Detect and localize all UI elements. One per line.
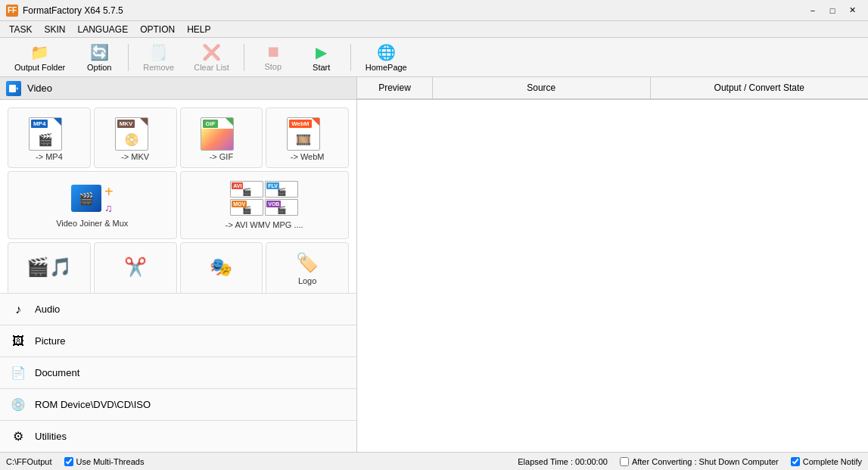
format-logo[interactable]: 🏷️ Logo	[266, 242, 349, 293]
main-content: Video MP4 🎬	[0, 77, 868, 452]
rom-label: ROM Device\DVD\CD\ISO	[35, 399, 151, 410]
window-controls: − □ ✕	[803, 3, 862, 18]
picture-icon: 🖼	[9, 332, 27, 350]
app-title: FormatFactory X64 5.7.5	[23, 5, 803, 16]
logo-label: Logo	[298, 276, 316, 285]
preview-column-header: Preview	[357, 77, 433, 98]
remove-icon: 🗒️	[149, 43, 168, 61]
multi-threads-item[interactable]: Use Multi-Threads	[64, 457, 145, 466]
stop-label: Stop	[264, 62, 282, 71]
toolbar: 📁 Output Folder 🔄 Option 🗒️ Remove ❌ Cle…	[0, 38, 868, 77]
option-button[interactable]: 🔄 Option	[76, 41, 122, 74]
output-folder-button[interactable]: 📁 Output Folder	[6, 41, 73, 74]
picture-section[interactable]: 🖼 Picture	[0, 325, 356, 356]
utilities-icon: ⚙	[9, 428, 27, 446]
format-extra1[interactable]: 🎬🎵	[8, 242, 91, 293]
minimize-button[interactable]: −	[803, 3, 823, 18]
table-body	[357, 100, 868, 452]
complete-notify-label: Complete Notify	[803, 457, 862, 466]
menu-bar: TASK SKIN LANGUAGE OPTION HELP	[0, 21, 868, 38]
folder-icon: 📁	[30, 43, 49, 61]
remove-label: Remove	[143, 63, 174, 72]
stop-button[interactable]: ⏹ Stop	[250, 41, 296, 74]
webm-thumb: WebM 🎞️	[285, 114, 330, 152]
toolbar-separator-3	[350, 44, 351, 71]
after-converting-checkbox[interactable]	[620, 457, 629, 466]
toolbar-separator-2	[244, 44, 244, 71]
menu-option[interactable]: OPTION	[134, 23, 181, 36]
format-mkv[interactable]: MKV 📀 -> MKV	[94, 107, 177, 168]
output-folder-label: Output Folder	[14, 63, 65, 72]
clear-list-button[interactable]: ❌ Clear List	[185, 41, 237, 74]
start-button[interactable]: ▶ Start	[299, 41, 344, 74]
maximize-button[interactable]: □	[823, 3, 842, 18]
rom-section[interactable]: 💿 ROM Device\DVD\CD\ISO	[0, 388, 356, 420]
format-multi[interactable]: AVI 🎬 FLV 🎬 MOV 🎬 VOB	[180, 171, 350, 239]
right-panel: Preview Source Output / Convert State	[357, 77, 868, 452]
video-content[interactable]: MP4 🎬 -> MP4 MKV �	[0, 100, 356, 293]
menu-task[interactable]: TASK	[3, 23, 38, 36]
format-grid: MP4 🎬 -> MP4 MKV �	[0, 100, 356, 293]
clear-icon: ❌	[202, 43, 221, 61]
menu-help[interactable]: HELP	[181, 23, 216, 36]
rom-icon: 💿	[9, 396, 27, 414]
format-webm[interactable]: WebM 🎞️ -> WebM	[266, 107, 349, 168]
gif-label: -> GIF	[210, 152, 233, 161]
format-joiner[interactable]: 🎬 + ♫ Video Joiner & Mux	[8, 171, 177, 239]
output-path: C:\FFOutput	[6, 457, 52, 466]
menu-language[interactable]: LANGUAGE	[71, 23, 134, 36]
output-path-item: C:\FFOutput	[6, 457, 52, 466]
mkv-label: -> MKV	[121, 152, 149, 161]
format-extra3[interactable]: 🎭	[180, 242, 263, 293]
start-icon: ▶	[316, 43, 327, 61]
video-section-header: Video	[0, 77, 356, 100]
audio-label: Audio	[35, 303, 60, 315]
svg-rect-0	[9, 85, 16, 92]
toolbar-separator-1	[128, 44, 129, 71]
after-converting-item[interactable]: After Converting : Shut Down Computer	[620, 457, 779, 466]
complete-notify-checkbox[interactable]	[791, 457, 800, 466]
svg-marker-1	[17, 87, 18, 90]
webm-label: -> WebM	[291, 152, 325, 161]
document-section[interactable]: 📄 Document	[0, 356, 356, 388]
option-icon: 🔄	[90, 43, 109, 61]
format-mp4[interactable]: MP4 🎬 -> MP4	[8, 107, 91, 168]
audio-section[interactable]: ♪ Audio	[0, 293, 356, 325]
complete-notify-item[interactable]: Complete Notify	[791, 457, 862, 466]
option-label: Option	[87, 63, 111, 72]
homepage-icon: 🌐	[377, 43, 396, 61]
video-section-label: Video	[27, 82, 52, 94]
remove-button[interactable]: 🗒️ Remove	[135, 41, 182, 74]
elapsed-time-item: Elapsed Time : 00:00:00	[518, 457, 608, 466]
document-label: Document	[35, 367, 79, 378]
homepage-label: HomePage	[366, 63, 407, 72]
stop-icon: ⏹	[266, 43, 281, 61]
multi-threads-checkbox[interactable]	[64, 457, 73, 466]
document-icon: 📄	[9, 364, 27, 382]
elapsed-time: Elapsed Time : 00:00:00	[518, 457, 608, 466]
format-extra2[interactable]: ✂️	[94, 242, 177, 293]
start-label: Start	[313, 63, 330, 72]
close-button[interactable]: ✕	[842, 3, 862, 18]
mp4-label: -> MP4	[36, 152, 63, 161]
left-panel: Video MP4 🎬	[0, 77, 357, 452]
source-column-header: Source	[433, 77, 651, 98]
audio-icon: ♪	[9, 300, 27, 319]
gif-thumb: GIF	[198, 114, 244, 152]
output-column-header: Output / Convert State	[651, 77, 869, 98]
homepage-button[interactable]: 🌐 HomePage	[357, 41, 415, 74]
utilities-section[interactable]: ⚙ Utilities	[0, 420, 356, 452]
picture-label: Picture	[35, 335, 65, 347]
format-gif[interactable]: GIF -> GIF	[180, 107, 263, 168]
after-converting-label: After Converting : Shut Down Computer	[632, 457, 779, 466]
table-header: Preview Source Output / Convert State	[357, 77, 868, 100]
multi-label: -> AVI WMV MPG ....	[226, 220, 303, 229]
menu-skin[interactable]: SKIN	[38, 23, 71, 36]
video-section-icon	[6, 81, 21, 96]
title-bar: FF FormatFactory X64 5.7.5 − □ ✕	[0, 0, 868, 21]
utilities-label: Utilities	[35, 431, 67, 442]
mp4-thumb: MP4 🎬	[26, 114, 72, 152]
mkv-thumb: MKV 📀	[113, 114, 158, 152]
multi-threads-label: Use Multi-Threads	[76, 457, 145, 466]
clear-list-label: Clear List	[194, 63, 229, 72]
